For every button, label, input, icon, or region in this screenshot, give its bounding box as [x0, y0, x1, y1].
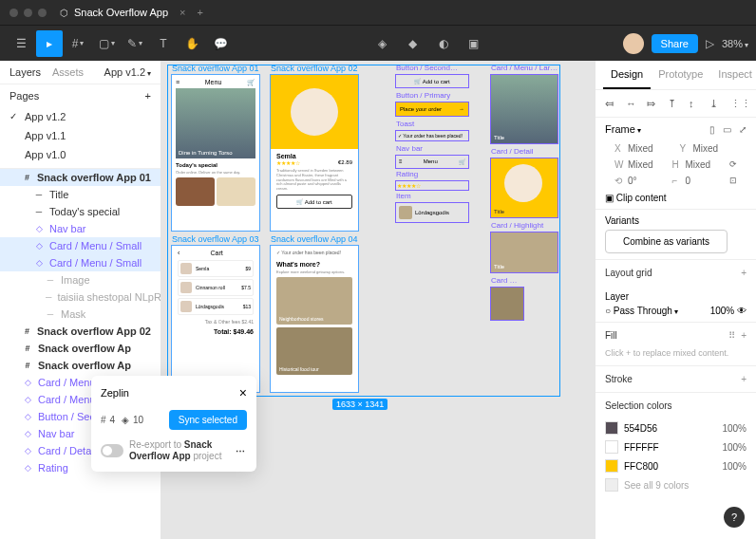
- shape-tool[interactable]: ▢: [93, 30, 120, 57]
- fill-hint: Click + to replace mixed content.: [595, 348, 756, 366]
- layer-row[interactable]: #Snack overflow Ap: [0, 357, 161, 374]
- selection-colors-header: Selection colors: [605, 400, 672, 411]
- artboard[interactable]: Snack overflow App 03 ‹Cart Semla$9Cinna…: [171, 245, 260, 393]
- page-item[interactable]: App v1.2: [0, 107, 161, 126]
- clip-checkbox[interactable]: ▣: [605, 193, 614, 203]
- figma-icon: ⬡: [60, 8, 68, 18]
- tab-inspect[interactable]: Inspect: [710, 61, 756, 89]
- help-button[interactable]: ?: [724, 507, 745, 528]
- window-titlebar: ⬡ Snack Overflow App × +: [0, 0, 756, 25]
- list-item: Semla$9: [178, 260, 254, 277]
- opacity-field[interactable]: 100%: [710, 306, 735, 316]
- reexport-toggle[interactable]: [101, 444, 123, 457]
- layer-row[interactable]: ─Title: [0, 186, 161, 203]
- sync-button[interactable]: Sync selected: [169, 410, 247, 430]
- align-right-icon[interactable]: ⤇: [647, 98, 658, 109]
- artboard[interactable]: Snack overflow App 01 ≡ Menu 🛒 Dine in T…: [171, 74, 260, 232]
- color-row[interactable]: FFC800100%: [595, 456, 756, 475]
- align-left-icon[interactable]: ⤆: [605, 98, 616, 109]
- text-tool[interactable]: T: [150, 30, 177, 57]
- tab-assets[interactable]: Assets: [52, 66, 84, 78]
- corner-detail-icon[interactable]: ⊡: [729, 176, 737, 186]
- distribute-icon[interactable]: ⋮⋮: [730, 98, 742, 109]
- see-all-colors[interactable]: See all 9 colors: [624, 480, 689, 491]
- share-button[interactable]: Share: [652, 34, 698, 53]
- color-row[interactable]: FFFFFF100%: [595, 437, 756, 456]
- layer-row[interactable]: ◇Nav bar: [0, 220, 161, 237]
- frame-label: Snack overflow App 02: [271, 64, 358, 73]
- tab-layers[interactable]: Layers: [9, 66, 41, 78]
- frame-portrait-icon[interactable]: ▯: [709, 124, 715, 135]
- w-field[interactable]: Mixed: [628, 159, 653, 170]
- tab-close-icon[interactable]: ×: [180, 7, 185, 18]
- add-stroke-icon[interactable]: +: [741, 374, 747, 384]
- align-vcenter-icon[interactable]: ↕: [689, 98, 700, 109]
- layer-row[interactable]: ◇Card / Menu / Small: [0, 237, 161, 254]
- tab-prototype[interactable]: Prototype: [651, 61, 710, 89]
- layer-row[interactable]: #Snack overflow Ap: [0, 340, 161, 357]
- user-avatar[interactable]: [623, 33, 644, 54]
- layer-row[interactable]: ─Mask: [0, 306, 161, 323]
- hand-tool[interactable]: ✋: [179, 30, 205, 57]
- frame-landscape-icon[interactable]: ▭: [723, 124, 731, 135]
- color-row[interactable]: 554D56100%: [595, 418, 756, 437]
- frame-label: Snack overflow App 04: [271, 234, 358, 244]
- visibility-icon[interactable]: 👁: [737, 306, 747, 316]
- component-icon[interactable]: ◈: [369, 30, 396, 57]
- align-hcenter-icon[interactable]: ↔: [626, 98, 637, 109]
- artboard[interactable]: Snack overflow App 02 Semla ★★★★☆€2.89 T…: [270, 74, 359, 232]
- zoom-level[interactable]: 38%: [722, 38, 748, 49]
- move-tool[interactable]: ▸: [36, 30, 63, 57]
- corner-field[interactable]: 0: [686, 176, 691, 186]
- fill-style-icon[interactable]: ⠿: [728, 330, 735, 341]
- menu-icon[interactable]: ☰: [8, 30, 34, 57]
- page-item[interactable]: App v1.1: [0, 126, 161, 145]
- resize-fit-icon[interactable]: ⤢: [739, 124, 747, 135]
- add-page-icon[interactable]: +: [145, 90, 151, 102]
- y-field[interactable]: Mixed: [693, 143, 719, 154]
- rotation-field[interactable]: 0°: [628, 176, 637, 186]
- traffic-lights: [9, 9, 47, 17]
- list-item: Lördagsgodis$13: [178, 298, 254, 315]
- close-icon[interactable]: ×: [239, 385, 247, 400]
- popup-title: Zeplin: [101, 387, 129, 399]
- stroke-header: Stroke: [605, 374, 633, 384]
- link-wh-icon[interactable]: ⟳: [729, 159, 737, 170]
- artboard[interactable]: Snack overflow App 04 ✓ Your order has b…: [270, 245, 359, 393]
- frame-type[interactable]: Frame: [605, 123, 641, 135]
- layer-row[interactable]: #Snack overflow App 02: [0, 323, 161, 340]
- layer-row[interactable]: ─taisiia shestopal NLpRolH…: [0, 288, 161, 306]
- tab-design[interactable]: Design: [603, 61, 651, 89]
- align-bottom-icon[interactable]: ⤓: [709, 98, 721, 109]
- pen-tool[interactable]: ✎: [122, 30, 148, 57]
- align-top-icon[interactable]: ⤒: [668, 98, 679, 109]
- h-field[interactable]: Mixed: [686, 159, 711, 170]
- layer-row[interactable]: ─Today's special: [0, 203, 161, 220]
- present-icon[interactable]: ▷: [706, 37, 714, 50]
- layer-header: Layer: [605, 291, 747, 302]
- layer-row[interactable]: ─Image: [0, 271, 161, 288]
- union-icon[interactable]: ▣: [461, 30, 487, 57]
- main-toolbar: ☰ ▸ # ▢ ✎ T ✋ 💬 ◈ ◆ ◐ ▣ Share ▷ 38%: [0, 25, 756, 61]
- page-item[interactable]: App v1.0: [0, 145, 161, 164]
- add-fill-icon[interactable]: +: [741, 330, 747, 341]
- comment-tool[interactable]: 💬: [207, 30, 234, 57]
- blend-mode[interactable]: Pass Through: [614, 306, 678, 316]
- layer-row[interactable]: #Snack overflow App 01: [0, 169, 161, 186]
- zeplin-popup: Zeplin× # 4 ◈ 10 Sync selected Re-export…: [91, 376, 256, 472]
- layer-row[interactable]: ◇Card / Menu / Small: [0, 254, 161, 271]
- page-version[interactable]: App v1.2: [104, 66, 151, 78]
- boolean-icon[interactable]: ◐: [430, 30, 457, 57]
- mask-icon[interactable]: ◆: [400, 30, 426, 57]
- align-controls[interactable]: ⤆↔⤇⤒↕⤓⋮⋮: [595, 90, 756, 118]
- x-field[interactable]: Mixed: [628, 143, 653, 154]
- variants-header: Variants: [605, 215, 747, 226]
- add-grid-icon[interactable]: +: [741, 268, 747, 278]
- add-tab-button[interactable]: +: [198, 7, 203, 18]
- more-icon[interactable]: ⋯: [236, 446, 247, 456]
- combine-variants-button[interactable]: Combine as variants: [605, 230, 728, 253]
- layers-list: #Snack overflow App 01─Title─Today's spe…: [0, 169, 161, 539]
- frame-label: Snack overflow App 01: [172, 64, 259, 73]
- frame-tool[interactable]: #: [65, 30, 91, 57]
- file-tab[interactable]: Snack Overflow App: [74, 7, 168, 18]
